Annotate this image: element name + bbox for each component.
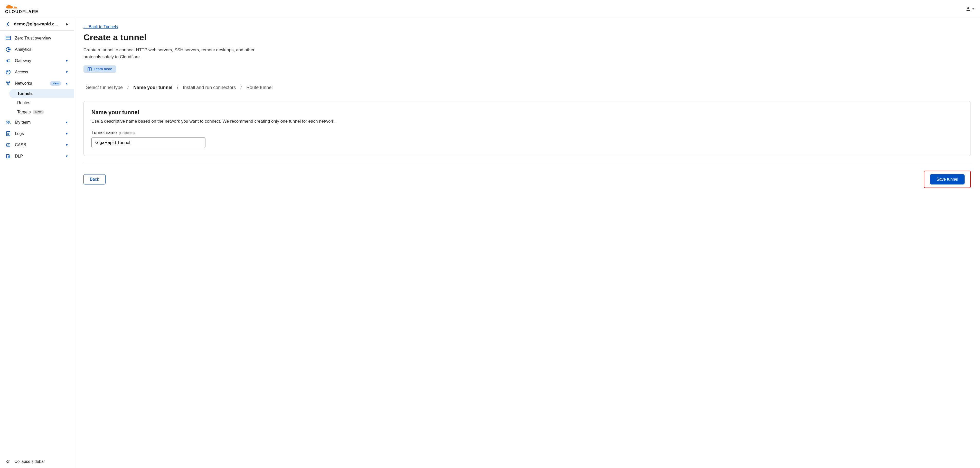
new-badge: New <box>50 81 61 86</box>
svg-point-8 <box>8 84 9 85</box>
sidebar-item-dlp[interactable]: DLP ▼ <box>0 151 74 162</box>
save-highlight: Save tunnel <box>924 171 971 188</box>
new-badge: New <box>33 110 44 114</box>
back-to-tunnels-link[interactable]: ← Back to Tunnels <box>83 25 118 29</box>
footer-actions: Back Save tunnel <box>83 164 971 188</box>
sidebar-item-analytics[interactable]: Analytics <box>0 44 74 55</box>
pie-icon <box>6 47 11 52</box>
main-content: ← Back to Tunnels Create a tunnel Create… <box>74 18 980 468</box>
page-description: Create a tunnel to connect HTTP web serv… <box>83 46 268 60</box>
sidebar-sub-tunnels[interactable]: Tunnels <box>9 89 74 98</box>
sidebar-item-casb[interactable]: CASB ▼ <box>0 139 74 151</box>
account-label: demo@giga-rapid.c... <box>14 22 62 27</box>
sidebar: demo@giga-rapid.c... ▶ Zero Trust overvi… <box>0 18 74 468</box>
learn-more-button[interactable]: Learn more <box>83 65 116 73</box>
cloud-icon <box>5 4 18 10</box>
wizard-step-select-type[interactable]: Select tunnel type <box>86 85 123 90</box>
access-icon <box>6 70 11 75</box>
sidebar-item-gateway[interactable]: Gateway ▼ <box>0 55 74 67</box>
svg-point-5 <box>6 70 10 74</box>
caret-down-icon: ▼ <box>65 143 68 147</box>
account-back-icon[interactable] <box>6 22 10 27</box>
team-icon <box>6 120 11 125</box>
caret-down-icon: ▼ <box>65 132 68 135</box>
caret-up-icon: ▲ <box>65 82 68 85</box>
sidebar-nav: Zero Trust overview Analytics Gateway ▼ <box>0 30 74 164</box>
page-title: Create a tunnel <box>83 32 971 42</box>
user-icon <box>966 6 971 11</box>
dlp-icon <box>6 154 11 159</box>
wizard-step-name-tunnel[interactable]: Name your tunnel <box>133 85 172 90</box>
svg-point-0 <box>967 7 969 9</box>
caret-down-icon: ▼ <box>65 154 68 158</box>
sidebar-item-logs[interactable]: Logs ▼ <box>0 128 74 139</box>
network-icon <box>6 81 11 86</box>
caret-down-icon: ▼ <box>65 70 68 74</box>
book-icon <box>88 67 92 71</box>
svg-rect-1 <box>6 36 11 40</box>
sidebar-item-overview[interactable]: Zero Trust overview <box>0 33 74 44</box>
user-menu[interactable] <box>966 6 975 11</box>
cloudflare-logo[interactable]: CLOUDFLARE <box>5 4 38 14</box>
sidebar-item-access[interactable]: Access ▼ <box>0 67 74 78</box>
caret-down-icon <box>972 8 975 11</box>
dashboard-icon <box>6 36 11 41</box>
name-tunnel-panel: Name your tunnel Use a descriptive name … <box>83 101 971 156</box>
sidebar-sub-targets[interactable]: Targets New <box>0 108 74 117</box>
wizard-step-install-connectors[interactable]: Install and run connectors <box>183 85 236 90</box>
caret-down-icon: ▼ <box>65 59 68 63</box>
account-selector[interactable]: demo@giga-rapid.c... ▶ <box>0 18 74 30</box>
collapse-icon <box>6 459 10 464</box>
casb-icon <box>6 143 11 148</box>
wizard-steps: Select tunnel type / Name your tunnel / … <box>83 80 971 95</box>
caret-down-icon: ▼ <box>65 121 68 124</box>
tunnel-name-input[interactable] <box>91 137 205 148</box>
sidebar-item-networks[interactable]: Networks New ▲ <box>0 78 74 89</box>
wizard-step-route-tunnel[interactable]: Route tunnel <box>246 85 272 90</box>
panel-title: Name your tunnel <box>91 109 963 116</box>
caret-right-icon[interactable]: ▶ <box>66 22 68 26</box>
sidebar-item-my-team[interactable]: My team ▼ <box>0 117 74 128</box>
back-button[interactable]: Back <box>83 174 105 184</box>
required-indicator: (Required) <box>119 131 135 135</box>
gateway-icon <box>6 58 11 63</box>
tunnel-name-label: Tunnel name <box>91 130 117 135</box>
sidebar-sub-routes[interactable]: Routes <box>0 98 74 108</box>
svg-point-9 <box>7 121 8 122</box>
logs-icon <box>6 131 11 136</box>
brand-text: CLOUDFLARE <box>5 10 38 14</box>
save-tunnel-button[interactable]: Save tunnel <box>930 174 964 184</box>
svg-point-10 <box>8 121 10 122</box>
panel-description: Use a descriptive name based on the netw… <box>91 119 963 124</box>
collapse-sidebar[interactable]: Collapse sidebar <box>0 455 74 468</box>
